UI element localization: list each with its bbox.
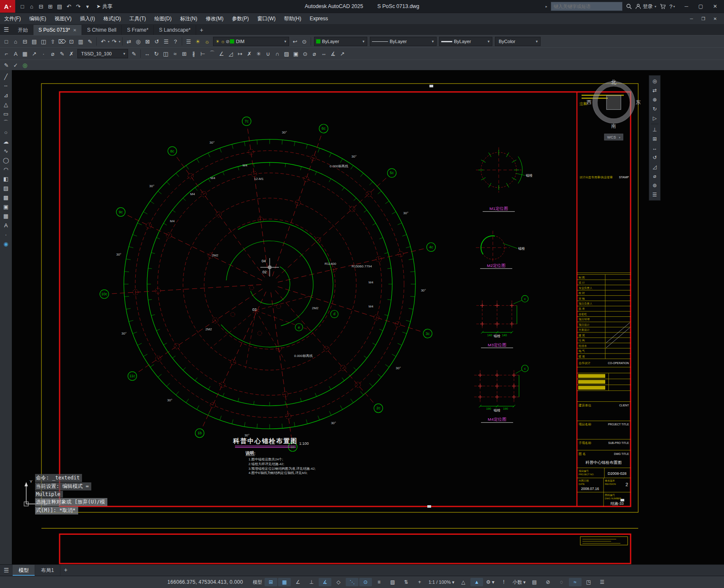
redo-icon[interactable]: ↷ <box>109 37 119 46</box>
purge-icon[interactable]: ✗ <box>67 49 76 58</box>
group-icon[interactable]: ⊙ <box>301 49 310 58</box>
menu-item[interactable]: 参数(P) <box>228 13 253 24</box>
transparency-toggle[interactable]: ▧ <box>386 578 399 586</box>
table-icon[interactable]: ▦ <box>1 211 11 220</box>
osnap-toggle[interactable]: ⊙ <box>359 578 372 586</box>
application-menu-button[interactable]: A▾ <box>0 0 15 13</box>
rectangle-icon[interactable]: ▭ <box>1 109 11 118</box>
break-icon[interactable]: ∩ <box>273 49 282 58</box>
ortho-toggle[interactable]: ⊥ <box>305 578 318 586</box>
erase-icon[interactable]: ✗ <box>245 49 254 58</box>
search-expand-icon[interactable]: ▸ <box>546 5 547 8</box>
text-edit-icon[interactable]: ✎ <box>129 49 139 58</box>
layer-previous-icon[interactable]: ↩ <box>290 37 300 46</box>
annotation-visibility-toggle[interactable]: △ <box>457 578 470 586</box>
doc-tab[interactable]: S Chime Bell <box>82 25 122 35</box>
cut-icon[interactable]: ⌦ <box>57 37 67 46</box>
cart-icon[interactable] <box>660 3 666 9</box>
close-button[interactable]: ✕ <box>708 0 722 13</box>
rotate-gizmo-icon[interactable]: ↺ <box>650 153 659 162</box>
zoom-window-icon[interactable]: ⊠ <box>143 37 152 46</box>
doc-tab[interactable]: S Frame* <box>122 25 154 35</box>
new-drawing-tab-button[interactable]: + <box>196 25 207 35</box>
saveas-icon[interactable]: ⊞ <box>46 2 55 11</box>
lineweight-toggle[interactable]: ≡ <box>373 578 385 586</box>
polygon-icon[interactable]: △ <box>1 100 11 109</box>
dynamic-input-toggle[interactable]: + <box>413 578 426 586</box>
maximize-button[interactable]: ▢ <box>694 0 708 13</box>
redo-icon[interactable]: ↷ <box>74 2 83 11</box>
help-button[interactable]: ? ▾ <box>669 3 675 10</box>
osnap-settings-icon[interactable]: ◉ <box>1 239 11 248</box>
undo-icon[interactable]: ↶ <box>64 2 74 11</box>
menu-item[interactable]: 帮助(H) <box>280 13 306 24</box>
pan-icon[interactable]: ⇄ <box>124 37 134 46</box>
doc-restore-button[interactable]: ❐ <box>698 14 709 23</box>
dim-angular-icon[interactable]: ∡ <box>328 49 338 58</box>
properties-icon[interactable]: ☰ <box>161 37 171 46</box>
save-icon[interactable]: ⊟ <box>36 2 46 11</box>
layer-on-icon[interactable]: ☀ <box>193 37 202 46</box>
doc-tab[interactable]: S PoSc 0713*✕ <box>33 25 82 35</box>
orbit-icon[interactable]: ↻ <box>650 104 659 114</box>
lock-ui-button[interactable]: ⊘ <box>542 578 555 586</box>
trim-icon[interactable]: ∦ <box>189 49 198 58</box>
infer-constraints-toggle[interactable]: ∠ <box>292 578 304 586</box>
layer-properties-icon[interactable]: ☰ <box>184 37 193 46</box>
menu-item[interactable]: 文件(F) <box>0 13 25 24</box>
publish-icon[interactable]: ⇧ <box>48 37 57 46</box>
workspace-button[interactable]: ⚙▾ <box>484 578 497 586</box>
zoom-previous-icon[interactable]: ↺ <box>152 37 161 46</box>
extend-icon[interactable]: ⊢ <box>198 49 208 58</box>
mleader-style-icon[interactable]: ↗ <box>30 49 39 58</box>
layer-states-icon[interactable]: ⊙ <box>300 37 309 46</box>
layer-combo[interactable]: ☀☼⊘DIM▾ <box>213 37 289 46</box>
polar-toggle[interactable]: ∡ <box>319 578 331 586</box>
point-style-icon[interactable]: ∙ <box>39 49 48 58</box>
units-style-icon[interactable]: ⌀ <box>48 49 57 58</box>
arc-icon[interactable]: ⌒ <box>1 118 11 128</box>
ellipse-icon[interactable]: ◯ <box>1 155 11 165</box>
doc-tab[interactable]: 开始 <box>13 25 33 35</box>
dim-linear-icon[interactable]: ⇔ <box>319 49 328 58</box>
pan-hand-icon[interactable]: ⇄ <box>650 86 659 95</box>
menu-item[interactable]: 视图(V) <box>50 13 76 24</box>
menu-item[interactable]: 绘图(D) <box>150 13 176 24</box>
new-layout-button[interactable]: + <box>60 565 71 575</box>
insert-block-icon[interactable]: ◧ <box>1 174 11 183</box>
redo-dropdown-icon[interactable]: ▾ <box>119 40 120 44</box>
ellipse-arc-icon[interactable]: ◠ <box>1 165 11 174</box>
explode-icon[interactable]: ✳ <box>254 49 263 58</box>
units-button[interactable]: 小数▾ <box>511 578 527 586</box>
spline-icon[interactable]: ∿ <box>1 146 11 155</box>
measure-tool-icon[interactable]: ⌀ <box>650 172 659 181</box>
leader-icon[interactable]: ↗ <box>338 49 347 58</box>
search-icon[interactable] <box>626 3 632 9</box>
snap-toggle[interactable]: ▦ <box>278 578 291 586</box>
dim-style-icon[interactable]: ⌐ <box>2 49 11 58</box>
view-controls-icon[interactable]: ⊞ <box>650 134 659 144</box>
table-style-icon[interactable]: ▦ <box>20 49 30 58</box>
menu-item[interactable]: 窗口(W) <box>253 13 280 24</box>
fillet-icon[interactable]: ⌒ <box>208 49 217 58</box>
scale-icon[interactable]: ◿ <box>226 49 235 58</box>
command-line-overlay[interactable]: 命令: _textedit当前设置: 编辑模式 =Multiple选择注释对象或… <box>35 474 107 515</box>
model-space-toggle[interactable]: 模型 <box>251 578 264 586</box>
rename-icon[interactable]: ✎ <box>57 49 67 58</box>
menu-item[interactable]: 编辑(E) <box>25 13 50 24</box>
new-icon[interactable]: □ <box>18 2 27 11</box>
rotate-icon[interactable]: ↻ <box>152 49 161 58</box>
join-icon[interactable]: ∪ <box>263 49 273 58</box>
zoom-realtime-icon[interactable]: ◎ <box>134 37 143 46</box>
navigation-wheel-icon[interactable]: ◎ <box>650 76 659 86</box>
copy-icon[interactable]: ⊡ <box>67 37 76 46</box>
find-replace-icon[interactable]: ◎ <box>20 60 30 70</box>
layout-tab-model[interactable]: 模型 <box>13 565 35 576</box>
boundary-icon[interactable]: ▣ <box>291 49 301 58</box>
annotation-monitor-toggle[interactable]: ! <box>497 578 510 586</box>
array-icon[interactable]: ⊞ <box>180 49 189 58</box>
circle-icon[interactable]: ○ <box>1 128 11 137</box>
lineweight-combo[interactable]: ByLayer▾ <box>439 37 492 46</box>
layer-freeze-icon[interactable]: ☼ <box>202 37 212 46</box>
doc-tab[interactable]: S Landscape* <box>154 25 196 35</box>
